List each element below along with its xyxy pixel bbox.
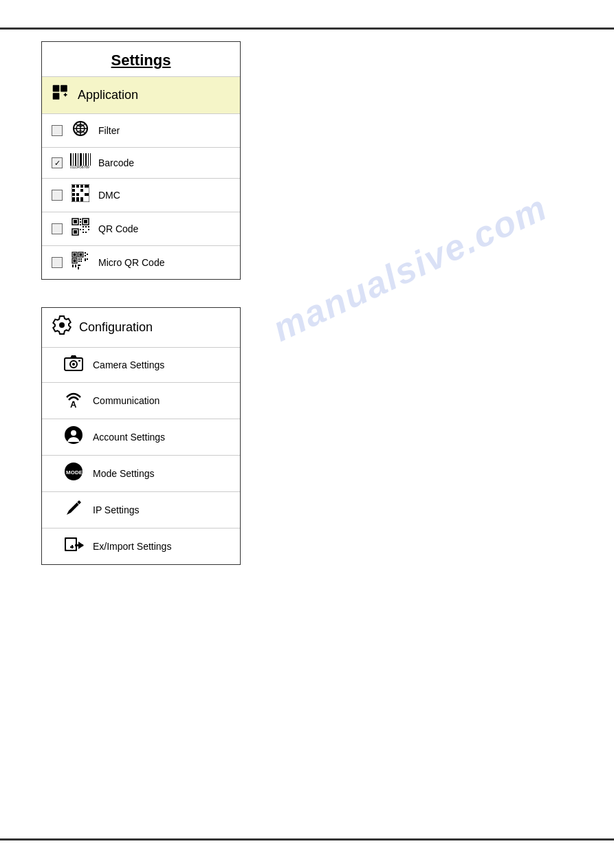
mode-settings-label: Mode Settings — [93, 468, 155, 479]
svg-point-68 — [59, 322, 65, 328]
svg-rect-55 — [78, 258, 80, 260]
svg-rect-26 — [72, 193, 75, 196]
settings-title: Settings — [42, 42, 240, 77]
menu-item-qr-code[interactable]: QR Code — [42, 212, 240, 246]
configuration-panel: Configuration Camera Settings — [41, 307, 241, 565]
svg-rect-44 — [80, 229, 81, 230]
dmc-checkbox[interactable] — [52, 190, 63, 201]
config-item-communication[interactable]: A Communication — [42, 383, 240, 419]
svg-rect-47 — [83, 232, 84, 233]
svg-rect-1 — [61, 85, 67, 92]
svg-rect-39 — [80, 221, 81, 223]
svg-rect-17 — [90, 153, 91, 166]
settings-panel: Settings Application — [41, 41, 241, 280]
ip-settings-icon — [61, 498, 86, 522]
svg-rect-56 — [80, 258, 82, 260]
svg-rect-23 — [85, 185, 89, 188]
svg-rect-50 — [74, 254, 76, 256]
svg-point-74 — [73, 401, 75, 403]
svg-rect-63 — [87, 258, 88, 260]
svg-rect-9 — [70, 153, 72, 166]
svg-rect-40 — [80, 224, 81, 225]
svg-rect-64 — [72, 265, 74, 267]
svg-rect-22 — [80, 185, 83, 188]
application-icon — [52, 84, 71, 107]
filter-checkbox[interactable] — [52, 125, 63, 136]
menu-item-filter[interactable]: Filter — [42, 114, 240, 148]
micro-qr-checkbox[interactable] — [52, 257, 63, 268]
svg-marker-83 — [78, 542, 84, 549]
svg-rect-10 — [73, 153, 74, 166]
svg-rect-81 — [66, 539, 76, 550]
application-label: Application — [78, 88, 138, 102]
menu-item-barcode[interactable]: ✓ 0123456789 Barcode — [42, 148, 240, 179]
svg-rect-16 — [88, 153, 89, 166]
camera-settings-label: Camera Settings — [93, 359, 164, 370]
ex-import-settings-icon — [61, 535, 86, 558]
svg-rect-41 — [83, 226, 84, 227]
svg-rect-59 — [85, 252, 86, 254]
barcode-checkbox[interactable]: ✓ — [52, 157, 63, 168]
svg-point-71 — [72, 363, 75, 366]
configuration-label: Configuration — [79, 320, 153, 335]
micro-qr-code-icon — [69, 252, 91, 274]
config-item-account-settings[interactable]: Account Settings — [42, 419, 240, 456]
svg-rect-28 — [85, 193, 89, 196]
menu-item-dmc[interactable]: DMC — [42, 179, 240, 212]
svg-rect-54 — [74, 260, 76, 263]
svg-rect-24 — [72, 189, 75, 192]
svg-rect-45 — [83, 229, 84, 230]
svg-rect-46 — [85, 232, 87, 233]
barcode-icon: 0123456789 — [69, 153, 91, 173]
svg-rect-48 — [88, 229, 89, 230]
config-item-ip-settings[interactable]: IP Settings — [42, 492, 240, 528]
svg-rect-2 — [53, 93, 60, 100]
config-item-camera-settings[interactable]: Camera Settings — [42, 348, 240, 383]
qr-checkbox[interactable] — [52, 223, 63, 234]
ex-import-settings-label: Ex/Import Settings — [93, 541, 171, 552]
camera-settings-icon — [61, 354, 86, 376]
config-item-mode-settings[interactable]: MODE Mode Settings — [42, 456, 240, 492]
svg-text:0123456789: 0123456789 — [70, 165, 89, 168]
qr-code-label: QR Code — [98, 223, 138, 234]
menu-item-micro-qr-code[interactable]: Micro QR Code — [42, 246, 240, 279]
svg-rect-62 — [85, 258, 86, 261]
svg-rect-14 — [83, 153, 84, 166]
micro-qr-code-label: Micro QR Code — [98, 257, 164, 268]
bottom-border — [0, 838, 614, 841]
qr-code-icon — [69, 218, 91, 240]
svg-rect-42 — [85, 226, 87, 227]
config-item-ex-import-settings[interactable]: Ex/Import Settings — [42, 528, 240, 564]
svg-rect-25 — [80, 189, 83, 192]
filter-icon — [69, 120, 91, 142]
svg-rect-11 — [75, 153, 76, 166]
svg-rect-43 — [88, 226, 89, 227]
svg-rect-61 — [87, 254, 88, 255]
top-border — [0, 27, 614, 30]
svg-rect-13 — [80, 153, 82, 166]
svg-rect-30 — [76, 197, 79, 201]
svg-rect-35 — [84, 220, 87, 223]
dmc-label: DMC — [98, 190, 120, 201]
svg-rect-57 — [78, 260, 80, 262]
svg-rect-37 — [74, 230, 77, 234]
svg-rect-15 — [85, 153, 87, 166]
svg-rect-33 — [74, 220, 77, 223]
svg-rect-29 — [72, 197, 75, 201]
communication-icon: A — [61, 389, 86, 412]
svg-rect-58 — [80, 260, 82, 262]
svg-rect-67 — [78, 267, 79, 269]
communication-label: Communication — [93, 395, 160, 406]
ip-settings-label: IP Settings — [93, 504, 139, 515]
application-header[interactable]: Application — [42, 77, 240, 114]
configuration-header: Configuration — [42, 308, 240, 348]
svg-text:MODE: MODE — [66, 469, 83, 476]
svg-rect-27 — [76, 193, 79, 196]
svg-rect-52 — [80, 254, 83, 256]
svg-rect-72 — [78, 360, 80, 361]
svg-rect-12 — [78, 153, 78, 166]
filter-label: Filter — [98, 125, 120, 136]
configuration-icon — [52, 315, 72, 340]
svg-text:A: A — [70, 399, 77, 408]
account-settings-label: Account Settings — [93, 432, 165, 443]
